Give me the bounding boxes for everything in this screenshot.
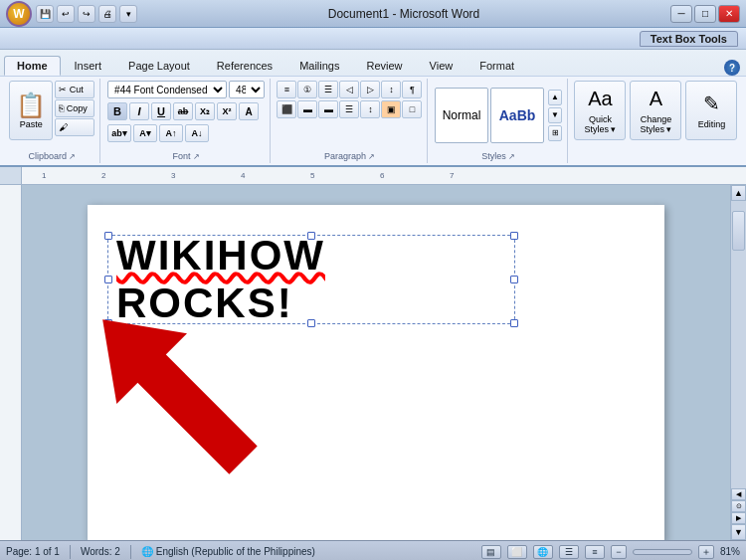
- language-indicator[interactable]: 🌐 English (Republic of the Philippines): [141, 546, 315, 557]
- help-icon[interactable]: ?: [724, 60, 740, 76]
- justify-button[interactable]: ☰: [339, 100, 359, 118]
- zoom-slider[interactable]: [633, 549, 692, 555]
- subscript-button[interactable]: X₂: [195, 102, 215, 120]
- view-print-layout[interactable]: ▤: [481, 545, 501, 559]
- align-center-button[interactable]: ▬: [297, 100, 317, 118]
- superscript-button[interactable]: X²: [217, 102, 237, 120]
- view-web-layout[interactable]: 🌐: [533, 545, 553, 559]
- line-spacing-button[interactable]: ↕: [360, 100, 380, 118]
- clear-format-button[interactable]: A: [239, 102, 259, 120]
- ruler-mark-3: 3: [171, 171, 175, 180]
- tab-review[interactable]: Review: [353, 56, 415, 76]
- text-box-content: WIKIHOW ROCKS!: [108, 236, 514, 323]
- scroll-track[interactable]: [731, 201, 746, 488]
- font-dialog-launcher[interactable]: ↗: [193, 152, 200, 161]
- tab-view[interactable]: View: [417, 56, 466, 76]
- close-button[interactable]: ✕: [718, 5, 740, 23]
- cut-button[interactable]: ✂ Cut: [55, 81, 94, 98]
- ruler-mark-4: 4: [241, 171, 245, 180]
- tab-page-layout[interactable]: Page Layout: [115, 56, 203, 76]
- ruler-mark-5: 5: [310, 171, 314, 180]
- numbering-button[interactable]: ①: [297, 81, 317, 98]
- handle-bottom-left[interactable]: [104, 319, 112, 327]
- page-count[interactable]: Page: 1 of 1: [6, 546, 60, 557]
- styles-dialog-launcher[interactable]: ↗: [508, 152, 515, 161]
- undo-tool[interactable]: ↩: [57, 5, 75, 23]
- handle-top-right[interactable]: [510, 232, 518, 240]
- tab-home[interactable]: Home: [4, 56, 61, 76]
- scroll-up-button[interactable]: ▲: [731, 185, 746, 201]
- font-color-button[interactable]: A▾: [133, 124, 157, 142]
- show-hide-button[interactable]: ¶: [402, 81, 422, 98]
- maximize-button[interactable]: □: [694, 5, 716, 23]
- sort-button[interactable]: ↕: [381, 81, 401, 98]
- office-button[interactable]: W: [6, 1, 32, 27]
- tab-format[interactable]: Format: [466, 56, 527, 76]
- document-area[interactable]: WIKIHOW ROCKS!: [22, 185, 730, 540]
- text-box[interactable]: WIKIHOW ROCKS!: [107, 235, 515, 324]
- multilevel-button[interactable]: ☰: [318, 81, 338, 98]
- font-name-select[interactable]: #44 Font Condensed: [107, 81, 227, 98]
- minimize-button[interactable]: ─: [670, 5, 692, 23]
- editing-button[interactable]: ✎ Editing: [685, 81, 737, 140]
- handle-top-left[interactable]: [104, 232, 112, 240]
- tab-insert[interactable]: Insert: [62, 56, 115, 76]
- redo-tool[interactable]: ↪: [78, 5, 95, 23]
- align-left-button[interactable]: ⬛: [277, 100, 296, 118]
- decrease-indent-button[interactable]: ◁: [339, 81, 359, 98]
- format-painter-button[interactable]: 🖌: [55, 118, 94, 136]
- copy-button[interactable]: ⎘ Copy: [55, 99, 94, 117]
- zoom-in-button[interactable]: ＋: [698, 545, 714, 559]
- right-scrollbar: ▲ ◀ ⊙ ▶ ▼: [730, 185, 746, 540]
- increase-indent-button[interactable]: ▷: [360, 81, 380, 98]
- svg-rect-0: [123, 340, 257, 473]
- ruler-scale[interactable]: 1 2 3 4 5 6 7: [22, 167, 746, 184]
- border-button[interactable]: □: [402, 100, 422, 118]
- font-grow-button[interactable]: A↑: [159, 124, 183, 142]
- font-shrink-button[interactable]: A↓: [185, 124, 209, 142]
- scroll-next-page[interactable]: ▶: [731, 512, 746, 524]
- quick-styles-button[interactable]: Aa QuickStyles ▾: [574, 81, 626, 140]
- handle-bottom-right[interactable]: [510, 319, 518, 327]
- style-normal[interactable]: Normal: [435, 88, 488, 143]
- save-tool[interactable]: 💾: [36, 5, 54, 23]
- paragraph-dialog-launcher[interactable]: ↗: [368, 152, 375, 161]
- zoom-percent[interactable]: 81%: [720, 546, 740, 557]
- view-draft[interactable]: ≡: [585, 545, 605, 559]
- bullets-button[interactable]: ≡: [277, 81, 296, 98]
- italic-button[interactable]: I: [129, 102, 149, 120]
- style-scroll-up[interactable]: ▲: [548, 90, 562, 105]
- underline-button[interactable]: U: [151, 102, 171, 120]
- bold-button[interactable]: B: [107, 102, 127, 120]
- view-outline[interactable]: ☰: [559, 545, 579, 559]
- scroll-select-browse[interactable]: ⊙: [731, 500, 746, 512]
- customize-tool[interactable]: ▾: [119, 5, 137, 23]
- tab-mailings[interactable]: Mailings: [286, 56, 352, 76]
- paste-button[interactable]: 📋 Paste: [9, 81, 53, 140]
- view-full-screen[interactable]: ⬜: [507, 545, 527, 559]
- style-heading1[interactable]: AaBb: [490, 88, 544, 143]
- highlight-button[interactable]: ab▾: [107, 124, 131, 142]
- print-tool[interactable]: 🖨: [98, 5, 116, 23]
- tab-references[interactable]: References: [204, 56, 285, 76]
- word-count[interactable]: Words: 2: [81, 546, 120, 557]
- handle-bottom-center[interactable]: [307, 319, 315, 327]
- change-styles-button[interactable]: A ChangeStyles ▾: [630, 81, 681, 140]
- scroll-down-button[interactable]: ▼: [731, 524, 746, 540]
- align-right-button[interactable]: ▬: [318, 100, 338, 118]
- scroll-prev-page[interactable]: ◀: [731, 488, 746, 500]
- clipboard-dialog-launcher[interactable]: ↗: [69, 152, 76, 161]
- ribbon: Home Insert Page Layout References Maili…: [0, 50, 746, 167]
- handle-middle-left[interactable]: [104, 276, 112, 283]
- zoom-out-button[interactable]: －: [611, 545, 627, 559]
- textbox-tools-label: Text Box Tools: [640, 31, 738, 47]
- handle-top-center[interactable]: [307, 232, 315, 240]
- strikethrough-button[interactable]: ab: [173, 102, 193, 120]
- style-expand[interactable]: ⊞: [548, 125, 562, 141]
- scroll-thumb[interactable]: [732, 211, 745, 251]
- shading-button[interactable]: ▣: [381, 100, 401, 118]
- handle-middle-right[interactable]: [510, 276, 518, 283]
- font-group: #44 Font Condensed 48 B I U ab X₂ X² A: [102, 79, 270, 163]
- style-scroll-down[interactable]: ▼: [548, 107, 562, 123]
- font-size-select[interactable]: 48: [229, 81, 265, 98]
